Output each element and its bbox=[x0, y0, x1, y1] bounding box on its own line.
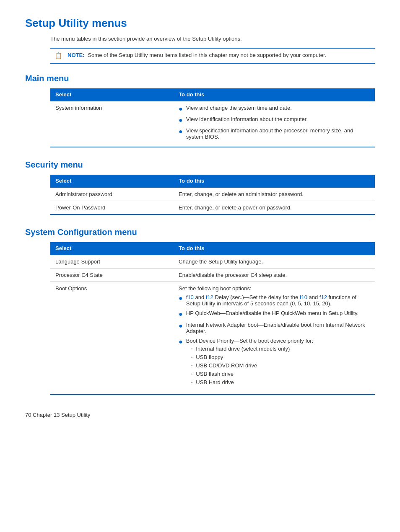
bullet-text: f10 and f12 Delay (sec.)—Set the delay f… bbox=[186, 294, 370, 307]
table-row: System information ● View and change the… bbox=[50, 101, 375, 147]
system-config-header-row: Select To do this bbox=[50, 242, 375, 255]
list-item: ● HP QuickWeb—Enable/disable the HP Quic… bbox=[179, 310, 370, 318]
sub-bullet-text: USB flash drive bbox=[196, 371, 234, 377]
note-label: NOTE: bbox=[68, 52, 84, 58]
bullet-text: HP QuickWeb—Enable/disable the HP QuickW… bbox=[186, 310, 358, 316]
table-row: Boot Options Set the following boot opti… bbox=[50, 282, 375, 395]
security-menu-title: Security menu bbox=[25, 160, 375, 170]
note-text: Some of the Setup Utility menu items lis… bbox=[88, 52, 326, 58]
sysconfig-select-processor: Processor C4 State bbox=[50, 269, 174, 282]
bullet-icon: ● bbox=[179, 116, 183, 124]
main-menu-col-todo: To do this bbox=[174, 88, 375, 101]
security-menu-col-select: Select bbox=[50, 175, 174, 187]
list-item: ● View specification information about t… bbox=[179, 127, 370, 140]
security-menu-header-row: Select To do this bbox=[50, 175, 375, 187]
security-select-poweron: Power-On Password bbox=[50, 201, 174, 215]
sub-bullet-icon: ◦ bbox=[191, 379, 193, 386]
main-menu-table: Select To do this System information ● V… bbox=[50, 88, 375, 147]
note-icon: 📋 bbox=[55, 52, 62, 59]
security-select-admin: Administrator password bbox=[50, 187, 174, 201]
security-menu-section: Security menu Select To do this Administ… bbox=[25, 160, 375, 215]
sub-bullet-icon: ◦ bbox=[191, 354, 193, 361]
list-item: ◦ Internal hard drive (select models onl… bbox=[191, 346, 313, 352]
table-row: Language Support Change the Setup Utilit… bbox=[50, 255, 375, 269]
security-todo-admin: Enter, change, or delete an administrato… bbox=[174, 187, 375, 201]
system-config-col-todo: To do this bbox=[174, 242, 375, 255]
security-todo-poweron: Enter, change, or delete a power-on pass… bbox=[174, 201, 375, 215]
security-menu-col-todo: To do this bbox=[174, 175, 375, 187]
bullet-text: View and change the system time and date… bbox=[186, 105, 292, 111]
system-config-table: Select To do this Language Support Chang… bbox=[50, 242, 375, 395]
boot-intro-text: Set the following boot options: bbox=[179, 285, 251, 292]
list-item: ● View and change the system time and da… bbox=[179, 105, 370, 113]
system-config-section: System Configuration menu Select To do t… bbox=[25, 227, 375, 395]
main-menu-col-select: Select bbox=[50, 88, 174, 101]
security-menu-table: Select To do this Administrator password… bbox=[50, 175, 375, 215]
bullet-text: Internal Network Adapter boot—Enable/dis… bbox=[186, 322, 370, 334]
sub-bullet-icon: ◦ bbox=[191, 362, 193, 369]
bullet-icon: ● bbox=[179, 310, 183, 318]
sub-bullet-list: ◦ Internal hard drive (select models onl… bbox=[191, 346, 313, 386]
sysconfig-select-boot: Boot Options bbox=[50, 282, 174, 395]
sub-bullet-text: Internal hard drive (select models only) bbox=[196, 346, 290, 352]
list-item: ● Internal Network Adapter boot—Enable/d… bbox=[179, 322, 370, 334]
boot-bullet-list: ● f10 and f12 Delay (sec.)—Set the delay… bbox=[179, 294, 370, 387]
bullet-icon: ● bbox=[179, 322, 183, 330]
list-item: ◦ USB flash drive bbox=[191, 371, 313, 377]
note-box: 📋 NOTE: Some of the Setup Utility menu i… bbox=[50, 48, 375, 64]
main-menu-select-cell: System information bbox=[50, 101, 174, 147]
footer-text: 70 Chapter 13 Setup Utility bbox=[25, 412, 90, 418]
table-row: Processor C4 State Enable/disable the pr… bbox=[50, 269, 375, 282]
sub-bullet-text: USB CD/DVD ROM drive bbox=[196, 362, 257, 369]
system-config-col-select: Select bbox=[50, 242, 174, 255]
sysconfig-todo-lang: Change the Setup Utility language. bbox=[174, 255, 375, 269]
bullet-text: Boot Device Priority—Set the boot device… bbox=[186, 338, 313, 387]
bullet-text: View specification information about the… bbox=[186, 127, 370, 140]
table-row: Administrator password Enter, change, or… bbox=[50, 187, 375, 201]
bullet-icon: ● bbox=[179, 127, 183, 135]
page-footer: 70 Chapter 13 Setup Utility bbox=[25, 412, 375, 418]
list-item: ◦ USB Hard drive bbox=[191, 379, 313, 386]
bullet-icon: ● bbox=[179, 105, 183, 113]
main-menu-section: Main menu Select To do this System infor… bbox=[25, 74, 375, 147]
list-item: ◦ USB CD/DVD ROM drive bbox=[191, 362, 313, 369]
sub-bullet-text: USB floppy bbox=[196, 354, 223, 360]
sysconfig-todo-boot: Set the following boot options: ● f10 an… bbox=[174, 282, 375, 395]
main-menu-bullet-list: ● View and change the system time and da… bbox=[179, 105, 370, 140]
list-item: ● Boot Device Priority—Set the boot devi… bbox=[179, 338, 370, 387]
page-title: Setup Utility menus bbox=[25, 17, 375, 30]
sub-bullet-text: USB Hard drive bbox=[196, 379, 234, 385]
system-config-title: System Configuration menu bbox=[25, 227, 375, 237]
main-menu-title: Main menu bbox=[25, 74, 375, 83]
list-item: ● f10 and f12 Delay (sec.)—Set the delay… bbox=[179, 294, 370, 307]
sub-bullet-icon: ◦ bbox=[191, 371, 193, 377]
sub-bullet-icon: ◦ bbox=[191, 346, 193, 352]
sysconfig-select-lang: Language Support bbox=[50, 255, 174, 269]
main-menu-todo-cell: ● View and change the system time and da… bbox=[174, 101, 375, 147]
list-item: ◦ USB floppy bbox=[191, 354, 313, 361]
table-row: Power-On Password Enter, change, or dele… bbox=[50, 201, 375, 215]
list-item: ● View identification information about … bbox=[179, 116, 370, 124]
bullet-text: View identification information about th… bbox=[186, 116, 308, 122]
bullet-icon: ● bbox=[179, 338, 183, 346]
bullet-icon: ● bbox=[179, 294, 183, 302]
intro-text: The menu tables in this section provide … bbox=[50, 36, 375, 42]
sysconfig-todo-processor: Enable/disable the processor C4 sleep st… bbox=[174, 269, 375, 282]
main-menu-header-row: Select To do this bbox=[50, 88, 375, 101]
